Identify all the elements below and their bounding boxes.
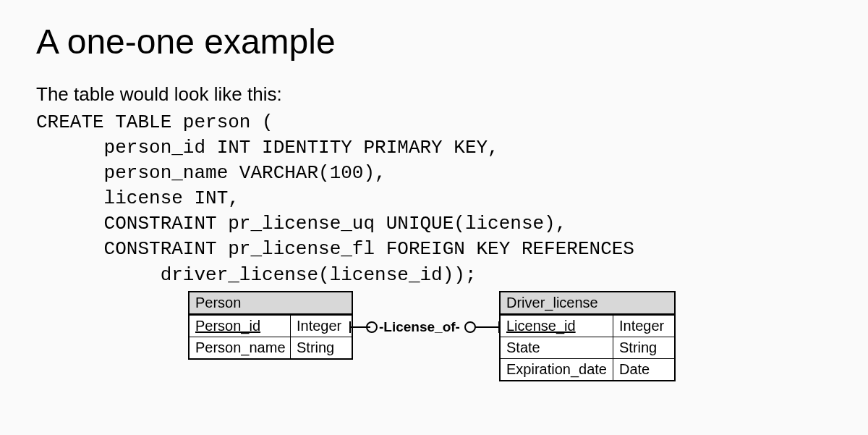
svg-point-3 — [465, 322, 475, 332]
entity-driver-license: Driver_license License_id Integer State … — [499, 291, 676, 381]
attr-type: Integer — [291, 316, 349, 337]
entity-person-header: Person — [190, 292, 352, 315]
subtitle-text: The table would look like this: — [36, 83, 839, 106]
table-row: Expiration_date Date — [501, 358, 674, 380]
relation-connector-left — [350, 320, 379, 334]
attr-name: License_id — [501, 316, 613, 337]
attr-type: Date — [613, 359, 671, 380]
table-row: State String — [501, 337, 674, 358]
attr-name: Expiration_date — [501, 359, 613, 380]
attr-type: String — [613, 337, 671, 358]
attr-name: Person_id — [190, 316, 291, 337]
attr-type: String — [291, 337, 349, 358]
attr-name: Person_name — [190, 337, 291, 358]
page-title: A one-one example — [36, 22, 839, 62]
table-row: Person_id Integer — [190, 315, 352, 337]
entity-driver-header: Driver_license — [501, 292, 674, 315]
table-row: License_id Integer — [501, 315, 674, 337]
entity-person: Person Person_id Integer Person_name Str… — [188, 291, 353, 360]
attr-name: State — [501, 337, 613, 358]
relation-connector-right — [464, 320, 499, 334]
relationship-label: -License_of- — [379, 319, 460, 335]
er-diagram: ); Person Person_id Integer Person_name … — [36, 291, 839, 407]
table-row: Person_name String — [190, 337, 352, 358]
sql-code: CREATE TABLE person ( person_id INT IDEN… — [36, 110, 839, 288]
attr-type: Integer — [613, 316, 671, 337]
